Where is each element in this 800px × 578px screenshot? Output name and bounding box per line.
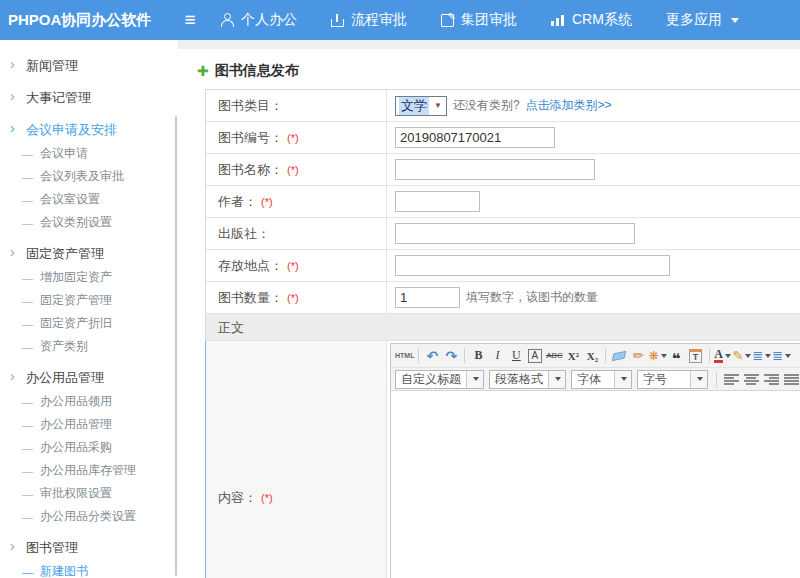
sidebar-item-meeting-apply[interactable]: —会议申请 xyxy=(0,142,178,165)
align-left-icon xyxy=(724,374,739,385)
dash-icon: — xyxy=(22,148,33,160)
category-select[interactable]: 文学 ▼ xyxy=(395,96,447,116)
top-navbar: PHPOA协同办公软件 ≡ 个人办公 流程审批 集团审批 CRM系统 更多应用 xyxy=(0,0,800,40)
italic-button[interactable]: I xyxy=(488,346,506,365)
unordered-list-button[interactable]: ≣ xyxy=(772,346,791,365)
top-nav: 个人办公 流程审批 集团审批 CRM系统 更多应用 xyxy=(220,11,739,29)
sidebar-item-fixed-asset-depreciation[interactable]: —固定资产折旧 xyxy=(0,312,178,335)
remove-format-button[interactable] xyxy=(610,346,628,365)
bold-button[interactable]: B xyxy=(469,346,487,365)
color-palette-button[interactable]: ❋ xyxy=(648,346,666,365)
location-input[interactable] xyxy=(395,255,670,276)
sidebar-item-office-supplies-management[interactable]: ›办公用品管理 xyxy=(0,366,178,390)
blockquote-button[interactable]: ❝ xyxy=(668,349,686,368)
book-no-label: 图书编号： xyxy=(218,129,283,147)
form-row-author: 作者：(*) xyxy=(206,186,800,218)
format-brush-button[interactable]: ✏ xyxy=(629,346,647,365)
sidebar-item-new-book[interactable]: —新建图书 xyxy=(0,560,178,578)
dash-icon: — xyxy=(22,465,33,477)
sidebar-item-meeting-list-approval[interactable]: —会议列表及审批 xyxy=(0,165,178,188)
highlight-button[interactable]: ✎ xyxy=(733,346,752,365)
sidebar-item-news-management[interactable]: ›新闻管理 xyxy=(0,54,178,78)
sidebar-item-fixed-assets-management[interactable]: ›固定资产管理 xyxy=(0,242,178,266)
nav-label: 个人办公 xyxy=(241,11,297,29)
app-logo[interactable]: PHPOA协同办公软件 xyxy=(0,11,172,30)
nav-more-apps[interactable]: 更多应用 xyxy=(666,11,739,29)
sidebar-item-approval-permission-settings[interactable]: —审批权限设置 xyxy=(0,482,178,505)
main-content: ✚ 图书信息发布 图书类目： 文学 ▼ 还没有类别? 点击添加类别>> 图书编号… xyxy=(178,40,800,578)
redo-button[interactable]: ↷ xyxy=(442,346,460,365)
ordered-list-button[interactable]: ≣ xyxy=(752,346,771,365)
sidebar-item-meeting-request[interactable]: ›会议申请及安排 xyxy=(0,118,178,142)
toolbar-separator xyxy=(418,348,419,363)
book-form: 图书类目： 文学 ▼ 还没有类别? 点击添加类别>> 图书编号：(*) 图书名称… xyxy=(205,89,800,578)
sidebar-item-memorabilia-management[interactable]: ›大事记管理 xyxy=(0,86,178,110)
sidebar-item-meeting-category-settings[interactable]: —会议类别设置 xyxy=(0,211,178,234)
select-arrow-icon: ▼ xyxy=(434,101,442,110)
sidebar-item-supplies-requisition[interactable]: —办公用品领用 xyxy=(0,390,178,413)
chevron-right-icon: › xyxy=(10,368,15,384)
align-right-button[interactable] xyxy=(762,370,780,389)
align-left-button[interactable] xyxy=(722,370,740,389)
justify-button[interactable] xyxy=(782,370,800,389)
quantity-input[interactable] xyxy=(395,287,460,308)
sidebar-scrollbar[interactable] xyxy=(175,116,177,576)
select-arrow-icon xyxy=(548,371,565,388)
paste-as-text-button[interactable]: T xyxy=(687,346,705,365)
sidebar-menu: ›新闻管理 ›大事记管理 ›会议申请及安排 —会议申请 —会议列表及审批 —会议… xyxy=(0,40,178,578)
compose-icon xyxy=(441,14,454,27)
content-editor-cell: HTML ↶ ↷ B I U A ABC X² X₂ ✏ xyxy=(387,341,800,578)
chevron-down-icon xyxy=(731,18,739,23)
book-no-input[interactable] xyxy=(395,127,555,148)
quantity-label: 图书数量： xyxy=(218,289,283,307)
sidebar-item-supplies-inventory[interactable]: —办公用品库存管理 xyxy=(0,459,178,482)
nav-label: 更多应用 xyxy=(666,11,722,29)
dash-icon: — xyxy=(22,511,33,523)
palette-icon: ❋ xyxy=(648,349,658,363)
heading-select[interactable]: 自定义标题 xyxy=(395,370,484,389)
sidebar-item-meeting-room-settings[interactable]: —会议室设置 xyxy=(0,188,178,211)
toolbar-separator xyxy=(709,348,710,363)
sidebar-item-add-fixed-asset[interactable]: —增加固定资产 xyxy=(0,266,178,289)
eraser-icon xyxy=(612,350,626,361)
select-arrow-icon xyxy=(614,371,631,388)
font-style-button[interactable]: A xyxy=(526,346,544,365)
html-source-button[interactable]: HTML xyxy=(395,346,414,365)
font-size-select[interactable]: 字号 xyxy=(637,370,708,389)
required-mark: (*) xyxy=(287,260,299,272)
sidebar-item-asset-category[interactable]: —资产类别 xyxy=(0,335,178,358)
nav-crm-system[interactable]: CRM系统 xyxy=(551,11,632,29)
chevron-right-icon: › xyxy=(10,88,15,104)
sidebar-item-book-management[interactable]: ›图书管理 xyxy=(0,536,178,560)
chevron-down-icon xyxy=(785,354,791,358)
sidebar-item-supplies-purchase[interactable]: —办公用品采购 xyxy=(0,436,178,459)
page-header: ✚ 图书信息发布 xyxy=(197,62,800,80)
nav-personal-office[interactable]: 个人办公 xyxy=(220,11,297,29)
underline-button[interactable]: U xyxy=(507,346,525,365)
export-icon xyxy=(331,14,344,27)
sidebar-item-fixed-asset-management[interactable]: —固定资产管理 xyxy=(0,289,178,312)
nav-process-approval[interactable]: 流程审批 xyxy=(331,11,407,29)
font-family-select[interactable]: 字体 xyxy=(571,370,632,389)
strikethrough-button[interactable]: ABC xyxy=(545,346,563,365)
paragraph-format-select[interactable]: 段落格式 xyxy=(489,370,566,389)
sidebar-item-supplies-management[interactable]: —办公用品管理 xyxy=(0,413,178,436)
nav-group-approval[interactable]: 集团审批 xyxy=(441,11,517,29)
book-name-input[interactable] xyxy=(395,159,595,180)
align-center-button[interactable] xyxy=(742,370,760,389)
category-hint: 还没有类别? xyxy=(453,97,520,114)
select-arrow-icon xyxy=(690,371,707,388)
editor-content-area[interactable] xyxy=(391,391,800,578)
superscript-button[interactable]: X² xyxy=(564,346,582,365)
publisher-input[interactable] xyxy=(395,223,635,244)
form-row-quantity: 图书数量：(*) 填写数字，该图书的数量 xyxy=(206,282,800,314)
subscript-button[interactable]: X₂ xyxy=(583,346,601,365)
font-color-button[interactable]: A xyxy=(714,346,732,365)
hamburger-menu-icon[interactable]: ≡ xyxy=(172,9,208,31)
dash-icon: — xyxy=(22,442,33,454)
undo-button[interactable]: ↶ xyxy=(423,346,441,365)
sidebar-item-supplies-category-settings[interactable]: —办公用品分类设置 xyxy=(0,505,178,528)
author-input[interactable] xyxy=(395,191,480,212)
add-category-link[interactable]: 点击添加类别>> xyxy=(526,97,612,114)
dash-icon: — xyxy=(22,566,33,578)
